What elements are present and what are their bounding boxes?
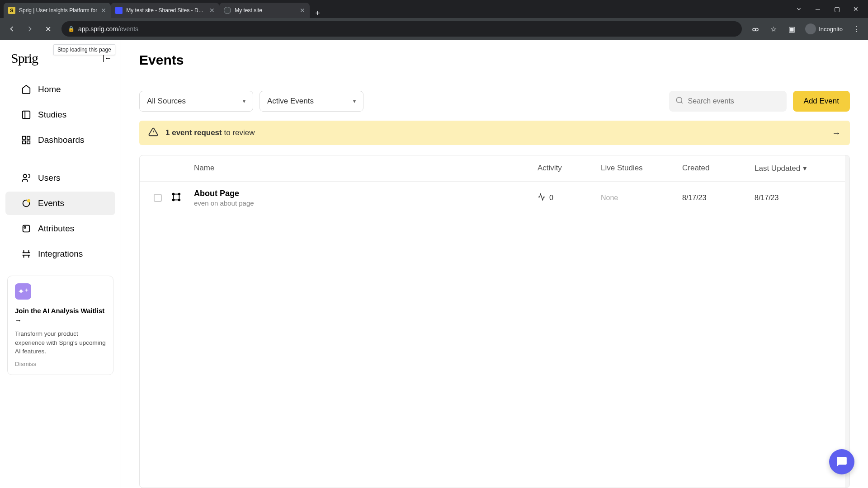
close-icon[interactable]: ✕ [209, 7, 215, 14]
side-panel-icon[interactable]: ▣ [783, 21, 800, 37]
favicon-globe [224, 7, 231, 14]
svg-rect-5 [27, 136, 30, 139]
svg-rect-6 [23, 141, 25, 144]
nav-label: Attributes [38, 224, 74, 234]
svg-rect-7 [27, 141, 30, 144]
favicon-sprig: S [8, 7, 15, 14]
browser-toolbar: ✕ 🔒 app.sprig.com/events ☆ ▣ Incognito ⋮… [0, 18, 868, 40]
vertical-scrollbar[interactable] [845, 155, 849, 488]
attributes-icon [21, 223, 32, 234]
svg-point-8 [24, 174, 27, 178]
search-icon [675, 96, 684, 106]
svg-point-0 [753, 28, 755, 31]
incognito-badge[interactable]: Incognito [802, 23, 846, 34]
row-checkbox[interactable] [154, 194, 162, 202]
address-bar[interactable]: 🔒 app.sprig.com/events [61, 21, 742, 37]
forward-button[interactable] [22, 21, 38, 37]
tooltip: Stop loading this page [53, 44, 115, 55]
maximize-icon[interactable]: ▢ [828, 2, 845, 16]
svg-rect-2 [23, 111, 30, 119]
banner-text: 1 event request to review [165, 128, 825, 137]
page-header: Events [121, 40, 868, 78]
activity-value: 0 [549, 194, 553, 202]
sidebar: Sprig |← Home Studies Dashboards Users E… [0, 40, 121, 488]
browser-chrome: S Sprig | User Insights Platform for ✕ M… [0, 0, 868, 40]
sidebar-item-home[interactable]: Home [5, 78, 115, 101]
menu-icon[interactable]: ⋮ [848, 21, 864, 37]
browser-tab-2[interactable]: My test site ✕ [219, 3, 310, 18]
event-desc: even on about page [194, 199, 538, 207]
chevron-down-icon: ▾ [243, 98, 245, 104]
chevron-down-icon: ▾ [803, 164, 807, 173]
close-window-icon[interactable]: ✕ [847, 2, 864, 16]
col-created[interactable]: Created [682, 164, 755, 173]
nav-label: Events [38, 198, 64, 208]
main: Events All Sources ▾ Active Events ▾ Add… [121, 40, 868, 488]
add-event-button[interactable]: Add Event [793, 91, 850, 112]
sidebar-item-users[interactable]: Users [5, 166, 115, 190]
sidebar-item-integrations[interactable]: Integrations [5, 242, 115, 266]
incognito-label: Incognito [819, 26, 843, 33]
svg-point-20 [173, 199, 175, 201]
new-tab-button[interactable]: + [310, 9, 326, 18]
arrow-right-icon: → [832, 128, 841, 138]
window-controls: ─ ▢ ✕ [790, 0, 868, 18]
app: Sprig |← Home Studies Dashboards Users E… [0, 40, 868, 488]
sidebar-item-events[interactable]: Events [5, 192, 115, 215]
svg-point-21 [179, 199, 180, 201]
svg-point-19 [179, 193, 180, 195]
live-studies-value: None [601, 194, 682, 202]
svg-line-14 [681, 102, 682, 103]
home-icon [21, 84, 32, 95]
browser-tab-1[interactable]: My test site - Shared Sites - Dash ✕ [111, 3, 219, 18]
incognito-indicator-icon[interactable] [747, 21, 764, 37]
search-input[interactable] [688, 97, 780, 105]
event-type-icon [171, 192, 194, 204]
col-live[interactable]: Live Studies [601, 164, 682, 173]
sidebar-item-studies[interactable]: Studies [5, 103, 115, 127]
warning-icon [148, 127, 158, 139]
filter-sources-dropdown[interactable]: All Sources ▾ [139, 91, 253, 112]
logo[interactable]: Sprig [11, 51, 38, 66]
sidebar-item-attributes[interactable]: Attributes [5, 217, 115, 240]
svg-point-13 [676, 97, 682, 103]
close-icon[interactable]: ✕ [300, 7, 305, 14]
review-banner[interactable]: 1 event request to review → [139, 121, 850, 145]
promo-card: ✦⁺ Join the AI Analysis Waitlist → Trans… [7, 276, 113, 375]
filter-status-dropdown[interactable]: Active Events ▾ [259, 91, 363, 112]
nav-label: Users [38, 173, 61, 183]
browser-tab-0[interactable]: S Sprig | User Insights Platform for ✕ [4, 3, 111, 18]
chat-widget-button[interactable] [829, 449, 854, 474]
activity-icon [538, 193, 546, 203]
dropdown-label: Active Events [267, 97, 314, 106]
col-activity[interactable]: Activity [538, 164, 601, 173]
collapse-sidebar-icon[interactable]: |← [103, 54, 112, 62]
col-updated[interactable]: Last Updated ▾ [755, 164, 845, 173]
dashboards-icon [21, 135, 32, 145]
svg-rect-11 [23, 225, 30, 232]
bookmark-icon[interactable]: ☆ [765, 21, 782, 37]
back-button[interactable] [4, 21, 20, 37]
users-icon [21, 173, 32, 183]
tab-search-icon[interactable] [790, 2, 807, 16]
created-value: 8/17/23 [682, 194, 755, 202]
search-box[interactable] [669, 91, 787, 112]
promo-dismiss[interactable]: Dismiss [15, 361, 106, 367]
tab-title: My test site - Shared Sites - Dash [126, 7, 206, 14]
minimize-icon[interactable]: ─ [809, 2, 826, 16]
svg-point-18 [173, 193, 175, 195]
tab-title: My test site [235, 7, 296, 14]
col-name[interactable]: Name [194, 164, 538, 173]
incognito-avatar-icon [805, 23, 816, 34]
close-icon[interactable]: ✕ [101, 7, 106, 14]
event-name: About Page [194, 189, 538, 198]
ai-sparkle-icon: ✦⁺ [15, 283, 31, 300]
svg-rect-4 [23, 136, 25, 139]
table-row[interactable]: About Page even on about page 0 None 8/1… [140, 182, 849, 214]
lock-icon: 🔒 [68, 26, 75, 32]
promo-title[interactable]: Join the AI Analysis Waitlist → [15, 306, 106, 325]
stop-reload-button[interactable]: ✕ [40, 21, 56, 37]
activity-cell: 0 [538, 193, 601, 203]
events-icon [21, 198, 32, 209]
sidebar-item-dashboards[interactable]: Dashboards [5, 128, 115, 152]
